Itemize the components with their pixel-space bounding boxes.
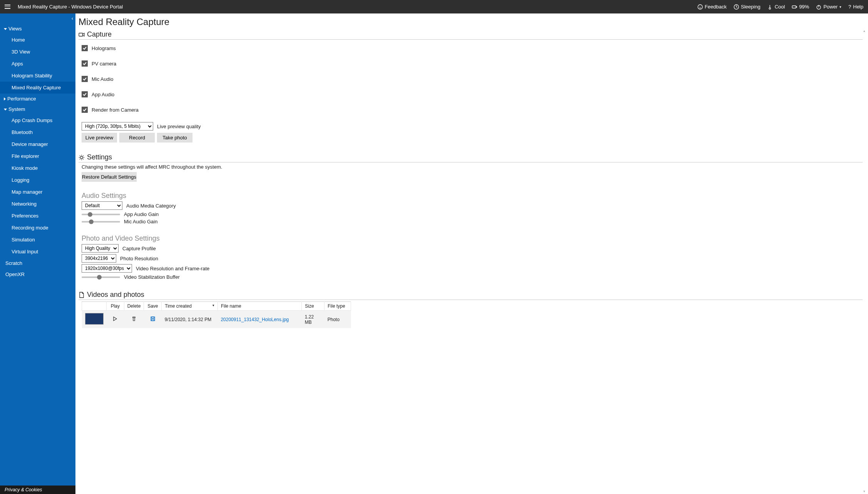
mic-audio-checkbox[interactable] xyxy=(82,76,88,82)
svg-point-9 xyxy=(80,156,83,159)
col-play[interactable]: Play xyxy=(107,302,124,311)
thumbnail xyxy=(85,313,104,325)
col-name[interactable]: File name xyxy=(217,302,301,311)
svg-rect-12 xyxy=(152,319,154,321)
sidebar-item-app-crash-dumps[interactable]: App Crash Dumps xyxy=(0,114,75,126)
power-icon xyxy=(816,4,821,10)
video-resolution-label: Video Resolution and Frame-rate xyxy=(136,266,209,271)
content-pane: Mixed Reality Capture Capture Holograms … xyxy=(75,13,868,494)
sidebar-item-virtual-input[interactable]: Virtual Input xyxy=(0,246,75,258)
holograms-checkbox[interactable] xyxy=(82,45,88,51)
window-title: Mixed Reality Capture - Windows Device P… xyxy=(18,4,123,10)
live-preview-quality-select[interactable]: High (720p, 30fps, 5 Mbits) xyxy=(82,122,153,131)
scroll-up-icon: ▴ xyxy=(863,29,865,33)
sidebar-item-map-manager[interactable]: Map manager xyxy=(0,186,75,198)
sidebar-item-simulation[interactable]: Simulation xyxy=(0,234,75,246)
mic-audio-gain-slider[interactable] xyxy=(82,221,120,223)
cell-time: 9/11/2020, 1:14:32 PM xyxy=(162,311,218,328)
photo-resolution-select[interactable]: 3904x2196 xyxy=(82,254,116,263)
videos-photos-header: Videos and photos xyxy=(79,291,863,300)
sidebar-item-device-manager[interactable]: Device manager xyxy=(0,138,75,150)
sidebar-item-kiosk-mode[interactable]: Kiosk mode xyxy=(0,162,75,174)
power-menu[interactable]: Power ▾ xyxy=(816,4,841,10)
audio-settings-header: Audio Settings xyxy=(82,192,863,200)
col-size[interactable]: Size xyxy=(302,302,324,311)
feedback-button[interactable]: Feedback xyxy=(697,4,727,10)
scrollbar[interactable]: ▴ ▾ xyxy=(863,29,867,493)
svg-point-2 xyxy=(701,6,701,7)
audio-media-category-label: Audio Media Category xyxy=(126,203,176,209)
cell-type: Photo xyxy=(324,311,351,328)
sidebar-item-hologram-stability[interactable]: Hologram Stability xyxy=(0,70,75,82)
sidebar-item-scratch[interactable]: Scratch xyxy=(0,258,75,269)
sidebar-item-logging[interactable]: Logging xyxy=(0,174,75,186)
render-from-camera-checkbox[interactable] xyxy=(82,107,88,113)
file-link[interactable]: 20200911_131432_HoloLens.jpg xyxy=(221,317,289,322)
sidebar-item-mixed-reality-capture[interactable]: Mixed Reality Capture xyxy=(0,82,75,94)
history-icon xyxy=(734,4,739,10)
take-photo-button[interactable]: Take photo xyxy=(157,133,192,142)
sidebar-group-system[interactable]: System xyxy=(0,104,75,114)
audio-media-category-select[interactable]: Default xyxy=(82,201,122,210)
record-button[interactable]: Record xyxy=(119,133,155,142)
pv-camera-checkbox[interactable] xyxy=(82,60,88,67)
battery-status[interactable]: 99% xyxy=(792,4,809,10)
thermometer-icon xyxy=(767,4,773,10)
gear-icon xyxy=(79,154,85,161)
sidebar-collapse[interactable]: ‹ xyxy=(72,16,73,21)
sidebar-item-preferences[interactable]: Preferences xyxy=(0,210,75,222)
sidebar: ‹ Views Home 3D View Apps Hologram Stabi… xyxy=(0,13,75,494)
capture-profile-select[interactable]: High Quality xyxy=(82,244,119,253)
sidebar-group-views[interactable]: Views xyxy=(0,23,75,34)
page-title: Mixed Reality Capture xyxy=(79,17,863,27)
battery-icon xyxy=(792,4,797,10)
pv-camera-label: PV camera xyxy=(92,61,116,67)
settings-note: Changing these settings will affect MRC … xyxy=(82,164,863,170)
svg-rect-6 xyxy=(796,7,797,7)
app-audio-label: App Audio xyxy=(92,92,114,97)
sleep-status[interactable]: Sleeping xyxy=(734,4,761,10)
video-stabilization-label: Video Stabilization Buffer xyxy=(124,274,180,280)
live-preview-button[interactable]: Live preview xyxy=(82,133,117,142)
sidebar-item-networking[interactable]: Networking xyxy=(0,198,75,210)
svg-rect-11 xyxy=(152,317,154,318)
sidebar-item-bluetooth[interactable]: Bluetooth xyxy=(0,126,75,138)
svg-point-1 xyxy=(699,6,699,7)
sidebar-item-openxr[interactable]: OpenXR xyxy=(0,269,75,280)
mic-audio-label: Mic Audio xyxy=(92,76,113,82)
save-button[interactable] xyxy=(144,311,162,328)
sidebar-item-3dview[interactable]: 3D View xyxy=(0,46,75,58)
video-stabilization-slider[interactable] xyxy=(82,276,120,278)
app-audio-gain-slider[interactable] xyxy=(82,214,120,215)
help-button[interactable]: ? Help xyxy=(848,4,863,10)
app-audio-checkbox[interactable] xyxy=(82,91,88,97)
cell-size: 1.22 MB xyxy=(302,311,324,328)
photo-resolution-label: Photo Resolution xyxy=(120,256,158,261)
sidebar-item-home[interactable]: Home xyxy=(0,34,75,46)
sidebar-group-performance[interactable]: Performance xyxy=(0,94,75,104)
restore-default-button[interactable]: Restore Default Settings xyxy=(82,172,137,182)
video-resolution-select[interactable]: 1920x1080@30fps xyxy=(82,264,132,273)
col-type[interactable]: File type xyxy=(324,302,351,311)
file-icon xyxy=(79,292,85,298)
sidebar-item-apps[interactable]: Apps xyxy=(0,58,75,70)
col-save[interactable]: Save xyxy=(144,302,162,311)
feedback-icon xyxy=(697,4,703,10)
privacy-link[interactable]: Privacy & Cookies xyxy=(0,486,75,494)
render-from-camera-label: Render from Camera xyxy=(92,107,139,113)
sidebar-item-recording-mode[interactable]: Recording mode xyxy=(0,222,75,234)
hamburger-menu[interactable] xyxy=(5,3,12,11)
play-button[interactable] xyxy=(107,311,124,328)
chevron-down-icon: ▾ xyxy=(840,5,841,9)
sort-desc-icon: ▾ xyxy=(212,303,214,307)
col-delete[interactable]: Delete xyxy=(124,302,144,311)
table-row: 9/11/2020, 1:14:32 PM 20200911_131432_Ho… xyxy=(82,311,351,328)
live-preview-quality-label: Live preview quality xyxy=(157,124,201,129)
temp-status[interactable]: Cool xyxy=(767,4,785,10)
svg-rect-8 xyxy=(79,33,83,36)
delete-button[interactable] xyxy=(124,311,144,328)
capture-profile-label: Capture Profile xyxy=(122,246,156,251)
sidebar-item-file-explorer[interactable]: File explorer xyxy=(0,150,75,162)
col-time[interactable]: Time created ▾ xyxy=(162,302,218,311)
topbar: Mixed Reality Capture - Windows Device P… xyxy=(0,0,868,13)
